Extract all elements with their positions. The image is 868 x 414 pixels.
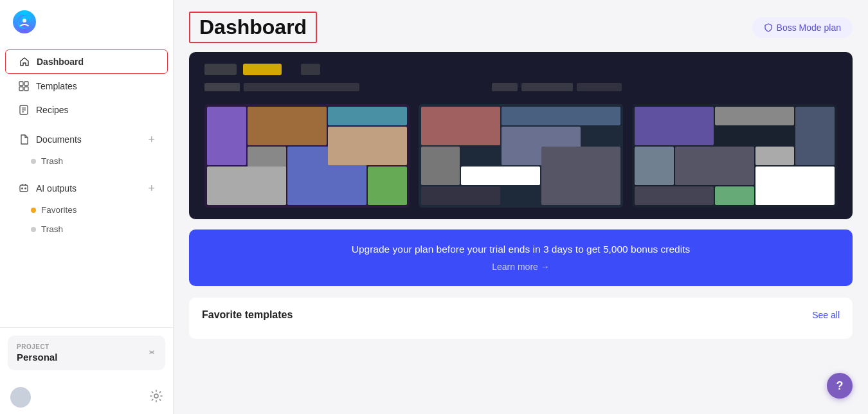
svg-rect-10 xyxy=(20,185,28,192)
upgrade-banner: Upgrade your plan before your trial ends… xyxy=(189,230,853,286)
recipes-label: Recipes xyxy=(36,105,69,115)
svg-point-1 xyxy=(23,19,26,22)
sidebar-item-dashboard[interactable]: Dashboard xyxy=(5,50,168,74)
svg-rect-5 xyxy=(24,87,28,91)
ai-outputs-add-button[interactable]: + xyxy=(148,183,155,194)
sidebar-navigation: Dashboard Templates xyxy=(0,44,173,327)
sidebar-item-trash-ai[interactable]: Trash xyxy=(5,220,168,239)
documents-label: Documents xyxy=(36,134,82,145)
sidebar: Dashboard Templates xyxy=(0,0,174,414)
project-name: Personal xyxy=(17,352,57,363)
learn-more-link[interactable]: Learn more → xyxy=(492,262,549,272)
trash-ai-dot xyxy=(31,227,36,232)
help-button[interactable]: ? xyxy=(827,373,853,399)
svg-point-13 xyxy=(154,394,158,398)
trash-docs-label: Trash xyxy=(41,156,63,166)
main-content: Dashboard Boss Mode plan xyxy=(174,0,868,414)
trash-docs-dot xyxy=(31,159,36,164)
sidebar-logo xyxy=(0,0,173,44)
ai-outputs-icon xyxy=(18,183,30,194)
favorites-dot xyxy=(31,208,36,213)
shield-icon xyxy=(764,23,773,32)
sidebar-item-trash-docs[interactable]: Trash xyxy=(5,152,168,170)
sidebar-item-templates[interactable]: Templates xyxy=(5,75,168,98)
recipes-icon xyxy=(18,104,30,116)
svg-rect-4 xyxy=(19,87,23,91)
page-title: Dashboard xyxy=(199,15,307,39)
favorite-templates-section: Favorite templates See all xyxy=(189,298,853,339)
dashboard-label: Dashboard xyxy=(37,57,84,67)
main-header: Dashboard Boss Mode plan xyxy=(189,0,853,52)
sidebar-item-documents[interactable]: Documents + xyxy=(5,128,168,151)
hero-banner xyxy=(189,52,853,219)
app-logo[interactable] xyxy=(13,10,36,33)
home-icon xyxy=(19,56,30,68)
ai-outputs-label: AI outputs xyxy=(36,183,77,194)
project-info: PROJECT Personal xyxy=(17,343,57,363)
project-section-label: PROJECT xyxy=(17,343,57,350)
templates-icon xyxy=(18,80,30,92)
page-title-box: Dashboard xyxy=(189,12,317,43)
documents-icon xyxy=(18,134,30,145)
documents-add-button[interactable]: + xyxy=(148,134,155,145)
svg-point-12 xyxy=(24,188,26,190)
sidebar-bottom: PROJECT Personal xyxy=(0,327,173,381)
avatar[interactable] xyxy=(10,387,31,408)
sidebar-item-ai-outputs[interactable]: AI outputs + xyxy=(5,177,168,200)
templates-label: Templates xyxy=(36,81,77,91)
trash-ai-label: Trash xyxy=(41,224,63,234)
favorites-label: Favorites xyxy=(41,205,77,215)
see-all-link[interactable]: See all xyxy=(812,310,840,320)
svg-rect-3 xyxy=(24,82,28,86)
boss-mode-label: Boss Mode plan xyxy=(777,22,841,33)
boss-mode-button[interactable]: Boss Mode plan xyxy=(752,17,853,38)
fav-templates-title: Favorite templates xyxy=(202,309,293,321)
project-selector[interactable]: PROJECT Personal xyxy=(8,336,165,370)
project-chevron-icon xyxy=(147,348,156,359)
upgrade-banner-text: Upgrade your plan before your trial ends… xyxy=(352,244,690,255)
svg-rect-2 xyxy=(19,82,23,86)
settings-icon[interactable] xyxy=(150,390,163,406)
sidebar-footer xyxy=(0,381,173,414)
svg-point-11 xyxy=(21,188,23,190)
sidebar-item-favorites[interactable]: Favorites xyxy=(5,201,168,219)
sidebar-item-recipes[interactable]: Recipes xyxy=(5,98,168,122)
fav-templates-header: Favorite templates See all xyxy=(202,309,840,321)
